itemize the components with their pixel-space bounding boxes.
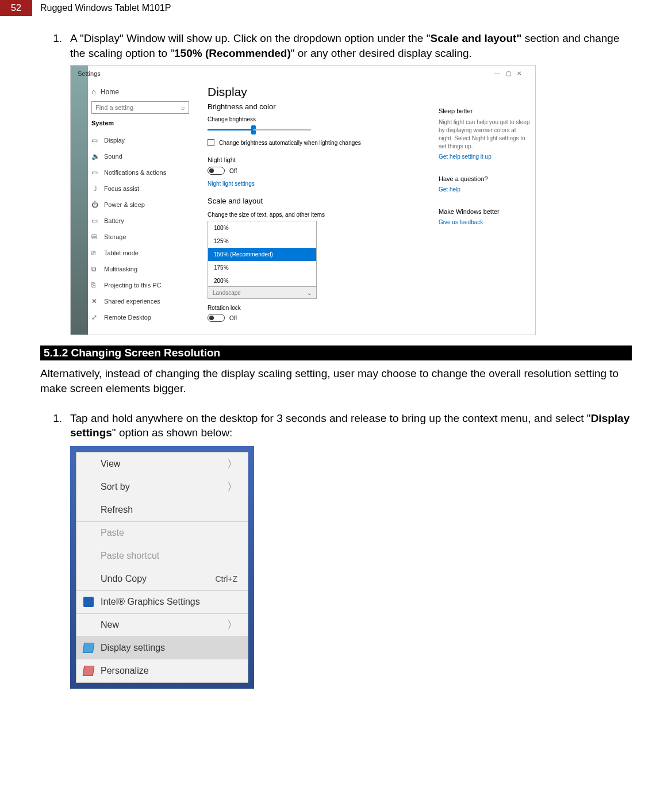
t: 150% (Recommended) [174,47,291,59]
lbl: Paste shortcut [101,551,159,561]
system-label: System [91,120,114,126]
home-nav[interactable]: Home [91,87,119,96]
checkbox-icon[interactable] [208,139,214,146]
sidebar-item-battery[interactable]: ▭Battery [91,213,166,229]
lbl: Change brightness automatically when lig… [219,140,361,146]
section-heading: 5.1.2 Changing Screen Resolution [40,345,632,360]
night-light-settings-link[interactable]: Night light settings [208,181,255,187]
t: A "Display" Window will show up. Click o… [70,32,430,44]
desktop-strip [71,66,88,335]
ctx-sort[interactable]: Sort by〉 [76,475,248,498]
scale-option-175[interactable]: 175% [208,261,316,274]
ctx-refresh[interactable]: Refresh [76,498,248,521]
close-icon[interactable]: ✕ [517,70,527,76]
toggle-state: Off [229,168,237,174]
power-icon: ⏻ [91,201,104,209]
storage-icon: ⛁ [91,233,104,241]
sidebar-item-notifications[interactable]: ▭Notifications & actions [91,164,166,181]
night-light-toggle[interactable]: Off [208,167,237,175]
lbl: Notifications & actions [104,169,166,176]
orientation-dropdown[interactable]: Landscape [208,286,317,299]
remote-icon: ⤢ [91,313,104,321]
step2-text: Tap and hold anywhere on the desktop for… [70,411,632,440]
ctx-paste-shortcut: Paste shortcut [76,544,248,567]
toggle-icon[interactable] [208,314,225,322]
lbl: Battery [104,217,124,224]
toggle-icon[interactable] [208,167,225,175]
change-brightness-label: Change brightness [208,116,256,122]
project-icon: ⎘ [91,281,104,289]
sleep-help-link[interactable]: Get help setting it up [439,153,531,161]
page-number: 52 [0,0,32,16]
focus-icon: ☽ [91,185,104,193]
lbl: Sound [104,153,122,160]
brightness-heading: Brightness and color [208,102,276,111]
sidebar-item-focus[interactable]: ☽Focus assist [91,181,166,197]
scale-dropdown[interactable]: 100% 125% 150% (Recommended) 175% 200% [208,221,317,288]
ctx-undo[interactable]: Undo CopyCtrl+Z [76,567,248,590]
lbl: Paste [101,528,124,538]
t: " or any other desired display scaling. [291,47,472,59]
sidebar-item-power[interactable]: ⏻Power & sleep [91,197,166,213]
sidebar: ▭Display 🔉Sound ▭Notifications & actions… [91,132,166,325]
sidebar-item-multitask[interactable]: ⧉Multitasking [91,261,166,277]
lbl: Undo Copy [101,574,147,584]
shortcut: Ctrl+Z [216,574,238,583]
lbl: Multitasking [104,266,137,272]
lbl: Sort by [101,482,130,492]
window-controls[interactable]: —▢✕ [494,70,527,76]
sidebar-item-sound[interactable]: 🔉Sound [91,148,166,164]
scale-option-100[interactable]: 100% [208,221,316,235]
ctx-intel[interactable]: Intel® Graphics Settings [76,590,248,613]
scale-layout-heading: Scale and layout [208,197,263,205]
question-heading: Have a question? [439,175,531,183]
ctx-display-settings[interactable]: Display settings [76,636,248,659]
change-size-label: Change the size of text, apps, and other… [208,212,325,218]
intel-icon [83,597,94,607]
sidebar-item-display[interactable]: ▭Display [91,132,166,148]
ctx-new[interactable]: New〉 [76,613,248,636]
multitask-icon: ⧉ [91,265,104,273]
search-input[interactable]: Find a setting ⌕ [91,101,189,114]
search-placeholder: Find a setting [95,104,133,111]
ctx-personalize[interactable]: Personalize [76,659,248,682]
t: Tap and hold anywhere on the desktop for… [70,412,591,424]
brightness-slider[interactable] [208,125,311,133]
step-2: 1. Tap and hold anywhere on the desktop … [40,411,632,440]
search-icon: ⌕ [181,104,185,111]
display-icon: ▭ [91,136,104,144]
ctx-paste: Paste [76,521,248,544]
sidebar-item-storage[interactable]: ⛁Storage [91,229,166,245]
slider-thumb[interactable] [251,125,256,135]
rotation-lock-toggle[interactable]: Off [208,314,237,322]
rotation-lock-label: Rotation lock [208,305,241,311]
minimize-icon[interactable]: — [494,70,506,76]
scale-option-125[interactable]: 125% [208,235,316,248]
right-panel: Sleep better Night light can help you ge… [439,99,531,226]
sleep-better-text: Night light can help you get to sleep by… [439,118,531,151]
lbl: Intel® Graphics Settings [101,597,200,607]
feedback-link[interactable]: Give us feedback [439,218,531,226]
step-1: 1. A "Display" Window will show up. Clic… [40,31,632,60]
lbl: Power & sleep [104,201,145,208]
auto-brightness-checkbox[interactable]: Change brightness automatically when lig… [208,139,361,146]
sleep-better-heading: Sleep better [439,107,531,116]
sidebar-item-tablet[interactable]: ⎚Tablet mode [91,245,166,261]
section-paragraph: Alternatively, instead of changing the d… [40,366,632,396]
maximize-icon[interactable]: ▢ [506,70,517,76]
lbl: Tablet mode [104,249,139,256]
step1-text: A "Display" Window will show up. Click o… [70,31,632,60]
ctx-view[interactable]: View〉 [76,452,248,475]
lbl: Focus assist [104,185,139,192]
chevron-right-icon: 〉 [227,480,237,494]
get-help-link[interactable]: Get help [439,186,531,194]
sidebar-item-shared[interactable]: ✕Shared experiences [91,293,166,309]
sidebar-item-remote[interactable]: ⤢Remote Desktop [91,309,166,325]
scale-option-150[interactable]: 150% (Recommended) [208,248,316,261]
list-number: 1. [40,411,70,440]
list-number: 1. [40,31,70,60]
lbl: Display [104,137,125,144]
sidebar-item-projecting[interactable]: ⎘Projecting to this PC [91,277,166,293]
battery-icon: ▭ [91,217,104,225]
scale-option-200[interactable]: 200% [208,274,316,287]
